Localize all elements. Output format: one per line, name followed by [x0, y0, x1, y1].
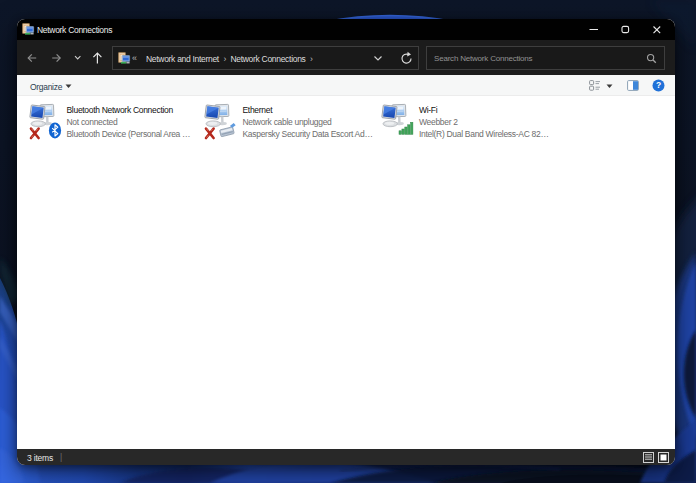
- svg-text:?: ?: [656, 80, 661, 90]
